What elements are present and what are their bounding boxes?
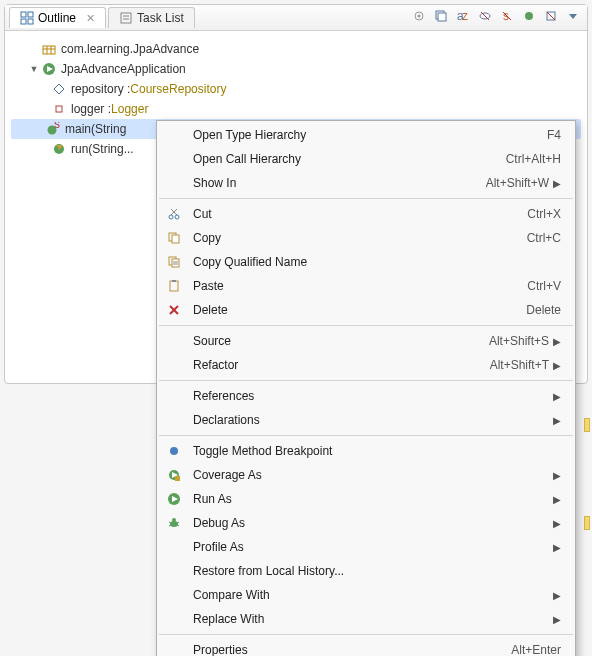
menu-label: Restore from Local History...	[185, 564, 561, 578]
menu-label: Delete	[185, 303, 526, 317]
submenu-arrow-icon: ▶	[549, 590, 561, 601]
menu-label: Properties	[185, 643, 511, 656]
svg-rect-2	[21, 19, 26, 24]
menu-label: Compare With	[185, 588, 549, 602]
svg-marker-27	[54, 84, 64, 94]
menu-shortcut: Alt+Shift+T	[490, 358, 549, 372]
collapse-all-icon[interactable]	[433, 8, 449, 24]
tree-package[interactable]: com.learning.JpaAdvance	[11, 39, 581, 59]
hide-nonpublic-icon[interactable]	[521, 8, 537, 24]
field-repo-label: repository :	[71, 82, 130, 96]
menu-paste[interactable]: Paste Ctrl+V	[157, 274, 575, 298]
tab-tasklist[interactable]: Task List	[108, 7, 195, 28]
menu-label: Paste	[185, 279, 527, 293]
submenu-arrow-icon: ▶	[549, 518, 561, 529]
menu-label: Debug As	[185, 516, 549, 530]
svg-point-47	[170, 447, 178, 455]
menu-copy[interactable]: Copy Ctrl+C	[157, 226, 575, 250]
menu-replace-with[interactable]: Replace With ▶	[157, 607, 575, 631]
submenu-arrow-icon: ▶	[549, 470, 561, 481]
breakpoint-icon	[163, 445, 185, 457]
field-logger-type: Logger	[111, 102, 148, 116]
menu-label: Cut	[185, 207, 527, 221]
menu-shortcut: Alt+Shift+W	[486, 176, 549, 190]
run-icon	[163, 492, 185, 506]
field-logger-label: logger :	[71, 102, 111, 116]
menu-coverage-as[interactable]: Coverage As ▶	[157, 463, 575, 487]
tab-tasklist-label: Task List	[137, 11, 184, 25]
submenu-arrow-icon: ▶	[549, 178, 561, 189]
hide-static-icon[interactable]: s	[499, 8, 515, 24]
menu-restore-history[interactable]: Restore from Local History...	[157, 559, 575, 583]
menu-separator	[159, 380, 573, 381]
svg-point-54	[172, 518, 176, 522]
svg-line-58	[177, 525, 179, 526]
package-icon	[41, 41, 57, 57]
menu-label: Profile As	[185, 540, 549, 554]
menu-profile-as[interactable]: Profile As ▶	[157, 535, 575, 559]
method-run-label: run(String...	[71, 142, 134, 156]
marker-bar-top	[584, 418, 590, 432]
svg-point-33	[169, 215, 173, 219]
svg-marker-20	[569, 14, 577, 19]
svg-rect-43	[170, 281, 178, 291]
copy-icon	[163, 231, 185, 245]
menu-show-in[interactable]: Show In Alt+Shift+W ▶	[157, 171, 575, 195]
menu-copy-qualified[interactable]: Copy Qualified Name	[157, 250, 575, 274]
menu-references[interactable]: References ▶	[157, 384, 575, 408]
paste-icon	[163, 279, 185, 293]
close-icon[interactable]: ✕	[86, 12, 95, 25]
submenu-arrow-icon: ▶	[549, 614, 561, 625]
svg-rect-44	[172, 280, 176, 282]
hide-local-icon[interactable]	[543, 8, 559, 24]
svg-point-17	[525, 12, 533, 20]
menu-source[interactable]: Source Alt+Shift+S ▶	[157, 329, 575, 353]
sort-icon[interactable]: az	[455, 8, 471, 24]
svg-line-19	[547, 12, 555, 20]
view-toolbar: az s	[411, 8, 581, 24]
tree-class[interactable]: ▼ JpaAdvanceApplication	[11, 59, 581, 79]
menu-delete[interactable]: Delete Delete	[157, 298, 575, 322]
view-menu-icon[interactable]	[565, 8, 581, 24]
menu-debug-as[interactable]: Debug As ▶	[157, 511, 575, 535]
tasklist-icon	[119, 11, 133, 25]
tab-bar: Outline ✕ Task List az s	[5, 5, 587, 31]
hide-fields-icon[interactable]	[477, 8, 493, 24]
menu-open-call-hierarchy[interactable]: Open Call Hierarchy Ctrl+Alt+H	[157, 147, 575, 171]
field-private-icon	[51, 101, 67, 117]
svg-point-34	[175, 215, 179, 219]
menu-label: Declarations	[185, 413, 549, 427]
menu-refactor[interactable]: Refactor Alt+Shift+T ▶	[157, 353, 575, 377]
method-public-run-icon	[51, 141, 67, 157]
menu-declarations[interactable]: Declarations ▶	[157, 408, 575, 432]
svg-rect-3	[28, 19, 33, 24]
menu-open-type-hierarchy[interactable]: Open Type Hierarchy F4	[157, 123, 575, 147]
tree-field-logger[interactable]: logger : Logger	[11, 99, 581, 119]
svg-text:s: s	[503, 10, 509, 22]
debug-icon	[163, 516, 185, 530]
tab-outline[interactable]: Outline ✕	[9, 7, 106, 28]
coverage-icon	[163, 468, 185, 482]
menu-cut[interactable]: Cut Ctrl+X	[157, 202, 575, 226]
menu-label: Refactor	[185, 358, 490, 372]
class-runnable-icon	[41, 61, 57, 77]
menu-label: Open Call Hierarchy	[185, 152, 506, 166]
tab-outline-label: Outline	[38, 11, 76, 25]
menu-shortcut: Alt+Enter	[511, 643, 561, 656]
chevron-down-icon[interactable]: ▼	[27, 64, 41, 74]
menu-label: Copy	[185, 231, 527, 245]
menu-properties[interactable]: Properties Alt+Enter	[157, 638, 575, 656]
menu-separator	[159, 435, 573, 436]
menu-compare-with[interactable]: Compare With ▶	[157, 583, 575, 607]
tree-field-repository[interactable]: repository : CourseRepository	[11, 79, 581, 99]
menu-run-as[interactable]: Run As ▶	[157, 487, 575, 511]
menu-separator	[159, 198, 573, 199]
menu-shortcut: F4	[547, 128, 561, 142]
menu-toggle-breakpoint[interactable]: Toggle Method Breakpoint	[157, 439, 575, 463]
focus-icon[interactable]	[411, 8, 427, 24]
delete-icon	[163, 303, 185, 317]
menu-shortcut: Ctrl+V	[527, 279, 561, 293]
svg-rect-4	[121, 13, 131, 23]
outline-icon	[20, 11, 34, 25]
cut-icon	[163, 207, 185, 221]
